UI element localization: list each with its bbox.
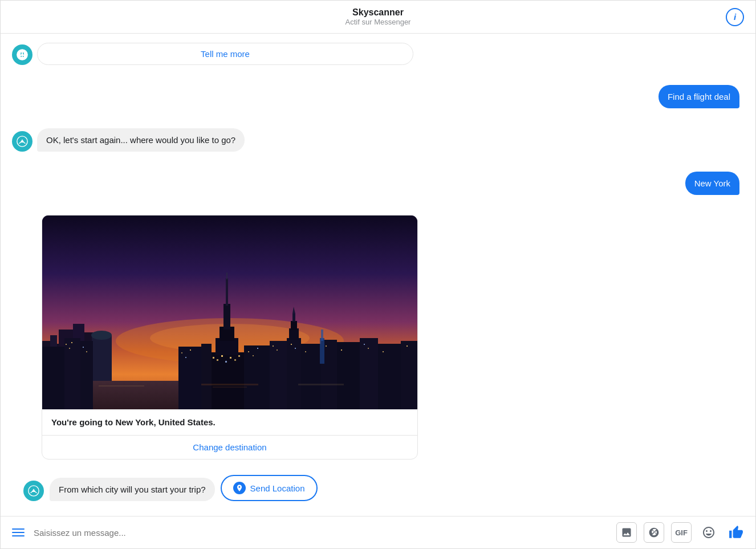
user-bubble-new-york: New York [685, 172, 739, 195]
svg-rect-58 [277, 349, 278, 351]
header-center: Skyscanner Actif sur Messenger [346, 7, 411, 26]
chat-header: Skyscanner Actif sur Messenger i [1, 1, 755, 34]
menu-button[interactable] [10, 526, 27, 539]
svg-rect-43 [86, 351, 87, 352]
change-destination-button[interactable]: Change destination [42, 436, 417, 459]
svg-rect-47 [225, 361, 227, 363]
svg-rect-54 [248, 351, 249, 352]
header-subtitle: Actif sur Messenger [346, 18, 411, 26]
svg-rect-52 [185, 357, 186, 358]
send-location-button[interactable]: Send Location [221, 475, 318, 501]
bot-message-row-1: OK, let's start again... where would you… [12, 128, 744, 152]
image-icon [621, 527, 632, 538]
svg-rect-26 [201, 344, 212, 409]
svg-rect-68 [320, 338, 324, 364]
thumbsup-icon [729, 525, 743, 540]
like-button[interactable] [726, 522, 746, 543]
svg-rect-64 [364, 344, 365, 345]
svg-rect-23 [226, 278, 228, 306]
chat-area: Tell me more Find a flight deal OK, let'… [1, 34, 755, 516]
emoji-button[interactable] [698, 522, 719, 543]
svg-rect-71 [213, 387, 247, 388]
svg-rect-17 [64, 338, 80, 409]
svg-rect-46 [221, 355, 223, 357]
location-icon [233, 482, 246, 494]
svg-rect-63 [341, 349, 342, 351]
svg-rect-45 [217, 359, 218, 361]
svg-rect-25 [178, 347, 201, 409]
svg-rect-48 [230, 357, 231, 359]
input-bar: GIF [1, 516, 755, 548]
svg-rect-14 [92, 335, 112, 381]
gif-button[interactable]: GIF [671, 522, 692, 543]
svg-rect-51 [181, 352, 182, 353]
gif-label: GIF [675, 528, 688, 537]
spacer [12, 114, 744, 123]
svg-point-15 [91, 331, 112, 340]
svg-rect-67 [407, 345, 408, 347]
bot-bubble-from-city: From which city will you start your trip… [50, 478, 215, 501]
svg-rect-39 [66, 344, 67, 345]
svg-rect-37 [378, 344, 401, 409]
spacer [12, 201, 744, 209]
skyscanner-icon [16, 48, 29, 61]
skyscanner-icon-3 [27, 485, 40, 497]
svg-rect-49 [234, 359, 236, 361]
bot-avatar [12, 44, 32, 65]
nyc-skyline-svg [42, 215, 417, 409]
svg-rect-33 [301, 344, 321, 409]
svg-rect-60 [295, 348, 296, 349]
bottom-messages-row: From which city will you start your trip… [12, 475, 744, 507]
menu-line-1 [12, 528, 25, 530]
svg-rect-66 [383, 351, 384, 352]
sticker-button[interactable] [644, 522, 664, 543]
svg-rect-31 [291, 321, 297, 330]
menu-line-3 [12, 535, 25, 536]
svg-rect-16 [42, 347, 64, 409]
svg-rect-42 [83, 347, 84, 348]
svg-rect-61 [305, 351, 306, 352]
tell-more-row: Tell me more [12, 43, 744, 65]
tell-more-button[interactable]: Tell me more [37, 43, 413, 65]
card-row: You're going to New York, United States.… [12, 215, 744, 459]
sticker-icon [648, 527, 660, 538]
svg-rect-73 [298, 384, 344, 385]
svg-rect-55 [253, 355, 254, 356]
svg-rect-38 [401, 341, 417, 409]
svg-rect-69 [321, 330, 323, 341]
bot-avatar-2 [12, 131, 32, 152]
svg-rect-57 [273, 345, 274, 347]
info-button[interactable]: i [726, 8, 744, 26]
image-button[interactable] [616, 522, 637, 543]
svg-rect-72 [99, 385, 144, 387]
user-message-row-1: Find a flight deal [12, 85, 744, 108]
user-message-row-2: New York [12, 172, 744, 195]
message-input[interactable] [34, 528, 609, 538]
svg-rect-53 [190, 349, 191, 351]
svg-rect-22 [223, 304, 230, 330]
header-title: Skyscanner [346, 7, 411, 18]
card-description: You're going to New York, United States. [42, 409, 417, 436]
user-bubble-find-flight: Find a flight deal [659, 85, 739, 108]
destination-card: You're going to New York, United States.… [42, 215, 418, 459]
send-location-label: Send Location [250, 483, 305, 493]
svg-rect-27 [244, 345, 270, 409]
svg-rect-56 [257, 348, 258, 349]
svg-rect-59 [291, 344, 292, 345]
svg-rect-41 [71, 342, 72, 343]
svg-rect-32 [292, 314, 295, 322]
menu-line-2 [12, 532, 25, 533]
skyscanner-icon-2 [16, 135, 29, 148]
emoji-icon [702, 526, 716, 539]
svg-rect-62 [326, 345, 327, 347]
svg-rect-35 [337, 342, 360, 409]
svg-rect-29 [287, 338, 301, 409]
svg-rect-40 [69, 348, 70, 349]
spacer [12, 157, 744, 166]
svg-rect-50 [238, 355, 240, 357]
pin-icon [235, 484, 243, 492]
bot-bubble-where-to: OK, let's start again... where would you… [37, 128, 245, 152]
svg-rect-65 [368, 348, 369, 349]
spacer [12, 465, 744, 469]
spacer [12, 71, 744, 79]
